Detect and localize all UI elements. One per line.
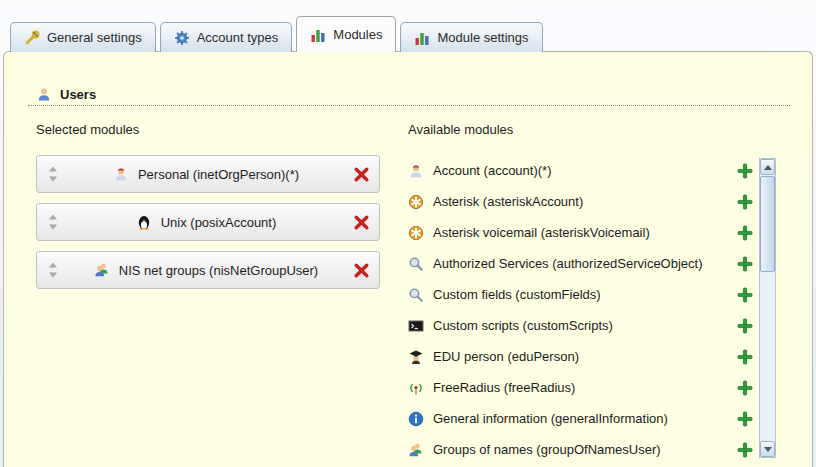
personal-icon <box>113 166 129 182</box>
available-module-label: Authorized Services (authorizedServiceOb… <box>433 256 703 271</box>
triangle-up-icon <box>764 165 772 170</box>
available-module-row: EDU person (eduPerson) <box>408 341 754 372</box>
available-modules-list: Account (account)(*)Asterisk (asteriskAc… <box>408 155 754 465</box>
available-module-row: FreeRadius (freeRadius) <box>408 372 754 403</box>
gear-icon <box>174 30 190 46</box>
selected-modules-heading: Selected modules <box>36 122 380 137</box>
add-module-button[interactable] <box>736 441 754 459</box>
add-module-button[interactable] <box>736 410 754 428</box>
available-module-label: General information (generalInformation) <box>433 411 668 426</box>
add-module-button[interactable] <box>736 193 754 211</box>
add-module-button[interactable] <box>736 255 754 273</box>
selected-module-label: Personal (inetOrgPerson)(*) <box>138 167 299 182</box>
info-icon <box>408 411 424 427</box>
selected-module-content: NIS net groups (nisNetGroupUser) <box>60 262 352 278</box>
add-module-button[interactable] <box>736 317 754 335</box>
section-heading-users: Users <box>36 86 96 102</box>
available-module-row: Asterisk (asteriskAccount) <box>408 186 754 217</box>
selected-modules-list: Personal (inetOrgPerson)(*)Unix (posixAc… <box>36 155 380 289</box>
asterisk-icon <box>408 194 424 210</box>
section-divider <box>28 105 790 106</box>
selected-module-label: Unix (posixAccount) <box>161 215 277 230</box>
available-module-row: General information (generalInformation) <box>408 403 754 434</box>
available-module-label: Custom fields (customFields) <box>433 287 601 302</box>
modules-icon <box>310 27 326 43</box>
available-modules-heading: Available modules <box>408 122 754 137</box>
group-icon <box>408 442 424 458</box>
tab-label: Module settings <box>437 30 528 45</box>
selected-module-row[interactable]: Unix (posixAccount) <box>36 203 380 241</box>
selected-module-content: Personal (inetOrgPerson)(*) <box>60 166 352 182</box>
tab-account-types[interactable]: Account types <box>160 22 293 52</box>
magnifier-icon <box>408 287 424 303</box>
available-modules-scrollbar[interactable] <box>759 158 776 458</box>
available-module-label: Asterisk voicemail (asteriskVoicemail) <box>433 225 650 240</box>
radius-icon <box>408 380 424 396</box>
asterisk-icon <box>408 225 424 241</box>
available-module-row: Custom fields (customFields) <box>408 279 754 310</box>
selected-module-row[interactable]: Personal (inetOrgPerson)(*) <box>36 155 380 193</box>
tab-general-settings[interactable]: General settings <box>10 22 156 52</box>
scrollbar-up-button[interactable] <box>760 159 775 175</box>
add-module-button[interactable] <box>736 224 754 242</box>
available-module-row: Asterisk voicemail (asteriskVoicemail) <box>408 217 754 248</box>
unix-icon <box>136 214 152 230</box>
drag-handle-icon[interactable] <box>46 262 60 278</box>
scrollbar-thumb[interactable] <box>760 176 775 272</box>
drag-handle-icon[interactable] <box>46 214 60 230</box>
scrollbar-down-button[interactable] <box>760 441 775 457</box>
available-module-row: Account (account)(*) <box>408 155 754 186</box>
tab-bar: General settingsAccount typesModulesModu… <box>10 16 543 52</box>
available-module-label: Account (account)(*) <box>433 163 552 178</box>
selected-module-label: NIS net groups (nisNetGroupUser) <box>119 263 318 278</box>
terminal-icon <box>408 318 424 334</box>
tab-label: Account types <box>197 30 279 45</box>
selected-module-row[interactable]: NIS net groups (nisNetGroupUser) <box>36 251 380 289</box>
remove-module-button[interactable] <box>352 261 370 279</box>
tab-label: Modules <box>333 27 382 42</box>
available-module-row: Groups of names (groupOfNamesUser) <box>408 434 754 465</box>
triangle-down-icon <box>764 447 772 452</box>
personal-icon <box>408 163 424 179</box>
remove-module-button[interactable] <box>352 213 370 231</box>
tools-icon <box>24 30 40 46</box>
user-icon <box>36 86 52 102</box>
selected-module-content: Unix (posixAccount) <box>60 214 352 230</box>
available-module-label: Groups of names (groupOfNamesUser) <box>433 442 661 457</box>
tab-modules[interactable]: Modules <box>296 16 396 52</box>
add-module-button[interactable] <box>736 348 754 366</box>
edu-person-icon <box>408 349 424 365</box>
remove-module-button[interactable] <box>352 165 370 183</box>
tab-label: General settings <box>47 30 142 45</box>
section-title: Users <box>60 87 96 102</box>
available-module-row: Custom scripts (customScripts) <box>408 310 754 341</box>
tab-module-settings[interactable]: Module settings <box>400 22 542 52</box>
selected-modules-column: Selected modules Personal (inetOrgPerson… <box>36 122 380 299</box>
drag-handle-icon[interactable] <box>46 166 60 182</box>
add-module-button[interactable] <box>736 286 754 304</box>
available-module-label: Custom scripts (customScripts) <box>433 318 613 333</box>
available-module-label: EDU person (eduPerson) <box>433 349 579 364</box>
add-module-button[interactable] <box>736 379 754 397</box>
available-module-label: FreeRadius (freeRadius) <box>433 380 575 395</box>
group-icon <box>94 262 110 278</box>
add-module-button[interactable] <box>736 162 754 180</box>
available-module-label: Asterisk (asteriskAccount) <box>433 194 583 209</box>
magnifier-icon <box>408 256 424 272</box>
module-settings-icon <box>414 30 430 46</box>
available-module-row: Authorized Services (authorizedServiceOb… <box>408 248 754 279</box>
available-modules-column: Available modules Account (account)(*)As… <box>408 122 754 465</box>
